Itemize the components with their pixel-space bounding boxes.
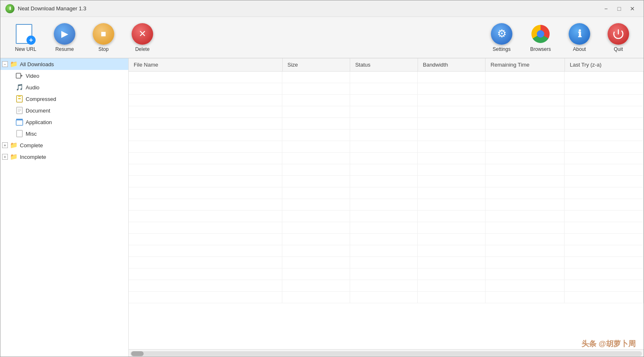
quit-label: Quit — [614, 46, 623, 52]
delete-icon: ✕ — [132, 23, 153, 45]
table-row — [129, 280, 644, 292]
delete-button[interactable]: ✕ Delete — [124, 20, 161, 55]
all-downloads-label: All Downloads — [20, 61, 54, 67]
audio-label: Audio — [26, 84, 39, 91]
col-header-status[interactable]: Status — [350, 58, 418, 71]
svg-rect-5 — [18, 96, 21, 97]
table-row — [129, 95, 644, 106]
table-row — [129, 141, 644, 153]
sidebar-item-all-downloads[interactable]: − 📁 All Downloads — [0, 58, 128, 70]
sidebar-item-video[interactable]: Video — [0, 70, 128, 81]
table-row — [129, 72, 644, 83]
sidebar: − 📁 All Downloads Video 🎵 Audio — [0, 58, 129, 357]
table-body — [129, 72, 644, 349]
stop-button[interactable]: ■ Stop — [85, 20, 122, 55]
table-row — [129, 199, 644, 211]
document-label: Document — [26, 108, 50, 114]
table-row — [129, 187, 644, 199]
table-row — [129, 176, 644, 187]
minimize-button[interactable]: − — [600, 3, 612, 14]
settings-button[interactable]: ⚙ Settings — [483, 20, 520, 55]
table-row — [129, 268, 644, 280]
toolbar: + New URL ▶ Resume ■ Stop ✕ Delete ⚙ Set… — [0, 17, 644, 58]
misc-icon — [15, 129, 24, 138]
folder-incomplete-icon: 📁 — [10, 153, 18, 161]
misc-label: Misc — [26, 131, 37, 137]
resume-button[interactable]: ▶ Resume — [46, 20, 83, 55]
power-svg — [613, 28, 624, 40]
delete-label: Delete — [135, 46, 150, 52]
col-header-remaining[interactable]: Remaining Time — [485, 58, 565, 71]
horizontal-scrollbar-area — [129, 349, 644, 357]
svg-rect-14 — [16, 119, 23, 120]
compressed-label: Compressed — [26, 96, 56, 102]
table-row — [129, 222, 644, 234]
horizontal-scrollbar[interactable] — [130, 351, 642, 356]
browsers-button[interactable]: Browsers — [522, 20, 559, 55]
document-icon — [15, 106, 24, 115]
toggle-all-downloads[interactable]: − — [2, 61, 8, 67]
svg-marker-3 — [21, 74, 23, 77]
app-icon — [5, 4, 14, 13]
svg-rect-6 — [18, 97, 21, 98]
maximize-button[interactable]: □ — [613, 3, 625, 14]
quit-button[interactable]: Quit — [600, 20, 637, 55]
table-row — [129, 257, 644, 268]
new-url-button[interactable]: + New URL — [7, 20, 44, 55]
toggle-incomplete[interactable]: + — [2, 154, 8, 160]
main-layout: − 📁 All Downloads Video 🎵 Audio — [0, 58, 644, 357]
window-controls: − □ ✕ — [600, 3, 639, 14]
table-row — [129, 83, 644, 95]
title-bar: Neat Download Manager 1.3 − □ ✕ — [0, 0, 644, 17]
svg-rect-15 — [17, 130, 22, 137]
svg-rect-7 — [18, 98, 21, 99]
table-header: File Name Size Status Bandwidth Remainin… — [129, 58, 644, 72]
stop-icon: ■ — [93, 23, 114, 45]
col-header-bandwidth[interactable]: Bandwidth — [418, 58, 486, 71]
about-button[interactable]: ℹ About — [561, 20, 598, 55]
scrollbar-thumb[interactable] — [131, 351, 144, 356]
sidebar-item-document[interactable]: Document — [0, 105, 128, 116]
sidebar-item-complete[interactable]: + 📁 Complete — [0, 139, 128, 151]
toggle-complete[interactable]: + — [2, 142, 8, 148]
content-area: File Name Size Status Bandwidth Remainin… — [129, 58, 644, 357]
application-label: Application — [26, 119, 52, 125]
quit-icon — [608, 23, 629, 45]
folder-all-downloads-icon: 📁 — [10, 60, 18, 68]
table-row — [129, 153, 644, 164]
table-row — [129, 234, 644, 245]
table-row — [129, 211, 644, 222]
sidebar-item-incomplete[interactable]: + 📁 Incomplete — [0, 151, 128, 163]
stop-label: Stop — [99, 46, 109, 52]
video-label: Video — [26, 73, 39, 79]
sidebar-item-misc[interactable]: Misc — [0, 128, 128, 139]
about-label: About — [573, 46, 586, 52]
svg-rect-8 — [18, 99, 21, 101]
new-url-label: New URL — [15, 46, 36, 52]
resume-icon: ▶ — [54, 23, 75, 45]
sidebar-item-audio[interactable]: 🎵 Audio — [0, 81, 128, 93]
col-header-lasttry[interactable]: Last Try (z-a) — [565, 58, 644, 71]
settings-label: Settings — [493, 46, 510, 52]
col-header-size[interactable]: Size — [283, 58, 351, 71]
table-row — [129, 245, 644, 257]
browsers-icon — [530, 23, 551, 45]
col-header-filename[interactable]: File Name — [129, 58, 283, 71]
complete-label: Complete — [20, 142, 43, 149]
resume-label: Resume — [55, 46, 74, 52]
table-row — [129, 118, 644, 129]
incomplete-label: Incomplete — [20, 154, 46, 160]
svg-rect-13 — [16, 120, 23, 125]
sidebar-item-compressed[interactable]: Compressed — [0, 93, 128, 105]
window-title: Neat Download Manager 1.3 — [18, 5, 600, 12]
about-icon: ℹ — [569, 23, 590, 45]
svg-rect-2 — [16, 73, 21, 78]
table-row — [129, 164, 644, 176]
table-row — [129, 129, 644, 141]
sidebar-item-application[interactable]: Application — [0, 116, 128, 128]
browsers-label: Browsers — [530, 46, 551, 52]
close-button[interactable]: ✕ — [626, 3, 639, 14]
video-icon — [15, 72, 24, 80]
new-url-icon: + — [15, 23, 36, 45]
audio-icon: 🎵 — [15, 83, 24, 91]
